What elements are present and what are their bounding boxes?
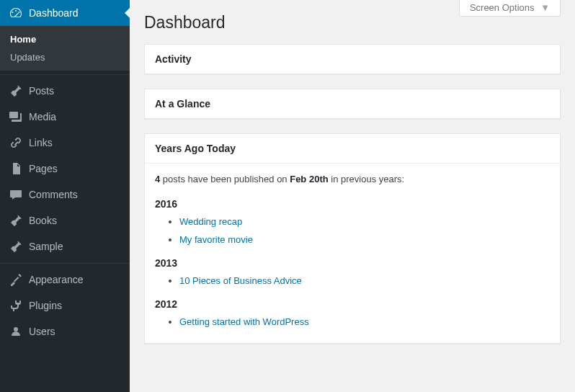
sidebar-item-appearance[interactable]: Appearance [0, 267, 130, 293]
year-heading: 2013 [155, 255, 550, 271]
pin-icon [9, 84, 23, 98]
media-icon [9, 110, 23, 124]
screen-options-label: Screen Options [470, 2, 535, 13]
sidebar-item-media[interactable]: Media [0, 104, 130, 130]
list-item: 10 Pieces of Business Advice [179, 274, 550, 289]
sidebar-item-label: Plugins [29, 300, 62, 311]
dashboard-icon [9, 6, 23, 20]
widget-title: At a Glance [145, 89, 560, 118]
sidebar-subitem-home[interactable]: Home [0, 30, 130, 48]
list-item: Wedding recap [179, 215, 550, 230]
sidebar-item-plugins[interactable]: Plugins [0, 293, 130, 318]
widget-title: Activity [145, 45, 560, 74]
widget-body: 4 posts have been published on Feb 20th … [145, 164, 560, 343]
sidebar-item-posts[interactable]: Posts [0, 78, 130, 104]
year-post-list: 10 Pieces of Business Advice [179, 274, 550, 289]
page-icon [9, 161, 23, 176]
sidebar-item-users[interactable]: Users [0, 318, 130, 344]
sidebar-item-pages[interactable]: Pages [0, 156, 130, 182]
sidebar-item-label: Media [29, 111, 56, 122]
years-ago-date: Feb 20th [290, 174, 328, 184]
comments-icon [9, 187, 23, 202]
sidebar-subitem-updates[interactable]: Updates [0, 48, 130, 66]
list-item: Getting started with WordPress [179, 315, 550, 330]
widget-years-ago-today: Years Ago Today 4 posts have been publis… [144, 133, 561, 344]
year-post-list: Wedding recapMy favorite movie [179, 215, 550, 248]
sidebar-item-dashboard[interactable]: Dashboard [0, 0, 130, 26]
screen-options-button[interactable]: Screen Options ▼ [459, 0, 561, 17]
sidebar-item-label: Appearance [29, 274, 84, 285]
sidebar-submenu-dashboard: Home Updates [0, 26, 130, 71]
links-icon [9, 135, 23, 150]
year-heading: 2016 [155, 196, 550, 212]
sidebar-item-label: Users [29, 326, 55, 337]
sidebar-item-sample[interactable]: Sample [0, 233, 130, 259]
admin-sidebar: Dashboard Home Updates Posts Media Links… [0, 0, 130, 392]
sidebar-item-label: Sample [29, 241, 63, 252]
sidebar-item-label: Pages [29, 163, 58, 174]
sidebar-item-label: Comments [29, 189, 78, 200]
sidebar-item-label: Dashboard [29, 7, 79, 19]
sidebar-item-label: Posts [29, 85, 54, 97]
post-link[interactable]: My favorite movie [179, 234, 253, 245]
post-link[interactable]: Getting started with WordPress [179, 316, 309, 327]
pin-icon [9, 239, 23, 254]
appearance-icon [9, 272, 23, 287]
sidebar-item-books[interactable]: Books [0, 208, 130, 233]
chevron-down-icon: ▼ [540, 2, 550, 13]
post-link[interactable]: 10 Pieces of Business Advice [179, 275, 302, 286]
widget-title: Years Ago Today [145, 134, 560, 164]
plugins-icon [9, 298, 23, 313]
widget-activity[interactable]: Activity [144, 44, 561, 74]
sidebar-item-label: Links [29, 137, 53, 148]
year-heading: 2012 [155, 296, 550, 312]
sidebar-item-links[interactable]: Links [0, 130, 130, 156]
pin-icon [9, 213, 23, 228]
main-content: Screen Options ▼ Dashboard Activity At a… [130, 0, 575, 392]
users-icon [9, 324, 23, 339]
list-item: My favorite movie [179, 233, 550, 248]
sidebar-item-comments[interactable]: Comments [0, 182, 130, 208]
sidebar-item-label: Books [29, 215, 57, 226]
year-post-list: Getting started with WordPress [179, 315, 550, 330]
years-ago-intro: 4 posts have been published on Feb 20th … [155, 172, 550, 187]
post-link[interactable]: Wedding recap [179, 216, 242, 227]
widget-at-a-glance[interactable]: At a Glance [144, 89, 561, 119]
